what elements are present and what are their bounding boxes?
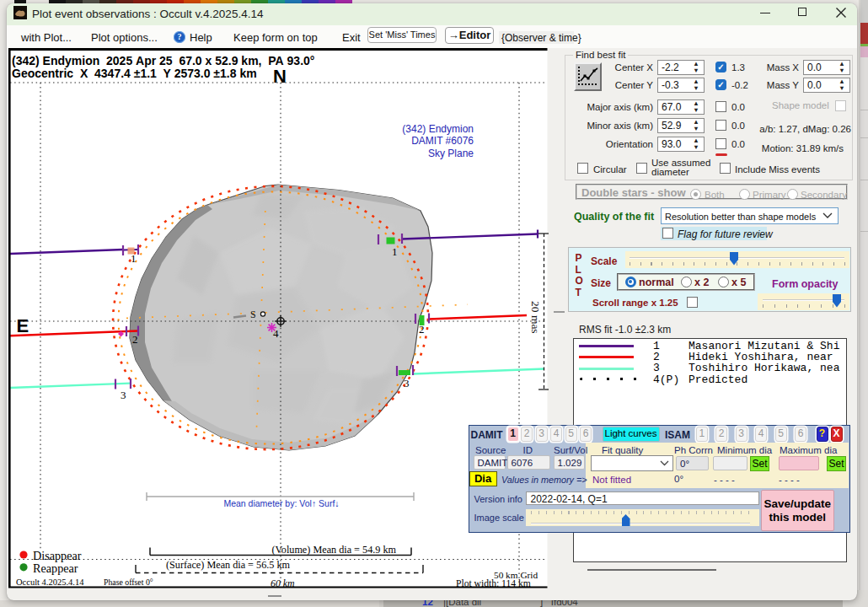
- svg-text:Disappear: Disappear: [33, 549, 82, 562]
- svg-text:(Volume) Mean dia = 54.9 km: (Volume) Mean dia = 54.9 km: [272, 544, 397, 556]
- svg-text:Occult 4.2025.4.14: Occult 4.2025.4.14: [16, 577, 84, 587]
- svg-text:Reappear: Reappear: [33, 561, 78, 575]
- svg-text:1: 1: [392, 245, 398, 258]
- svg-text:S: S: [250, 309, 256, 320]
- svg-text:20 mas: 20 mas: [529, 301, 542, 334]
- svg-text:?: ?: [178, 32, 182, 41]
- svg-text:Sky Plane: Sky Plane: [428, 148, 474, 159]
- svg-text:(Surface) Mean dia = 56.5 km: (Surface) Mean dia = 56.5 km: [166, 559, 291, 571]
- svg-text:1: 1: [131, 252, 137, 265]
- svg-text:N: N: [273, 66, 287, 87]
- svg-text:DAMIT #6076: DAMIT #6076: [411, 135, 474, 147]
- svg-text:Mean diameter by: Vol↑ Surf↓: Mean diameter by: Vol↑ Surf↓: [223, 498, 339, 508]
- svg-text:4: 4: [273, 327, 279, 340]
- svg-text:E: E: [17, 315, 29, 336]
- svg-text:2: 2: [419, 323, 425, 336]
- svg-text:3: 3: [121, 389, 126, 401]
- svg-text:(342) Endymion: (342) Endymion: [402, 123, 474, 135]
- svg-text:Geocentric X 4347.4 ±1.1 Y: Geocentric X 4347.4 ±1.1 Y 2573.0 ±1.8 k…: [12, 67, 257, 80]
- svg-text:Phase offset 0°: Phase offset 0°: [104, 577, 153, 587]
- svg-text:3: 3: [404, 377, 410, 389]
- svg-text:2: 2: [132, 333, 138, 346]
